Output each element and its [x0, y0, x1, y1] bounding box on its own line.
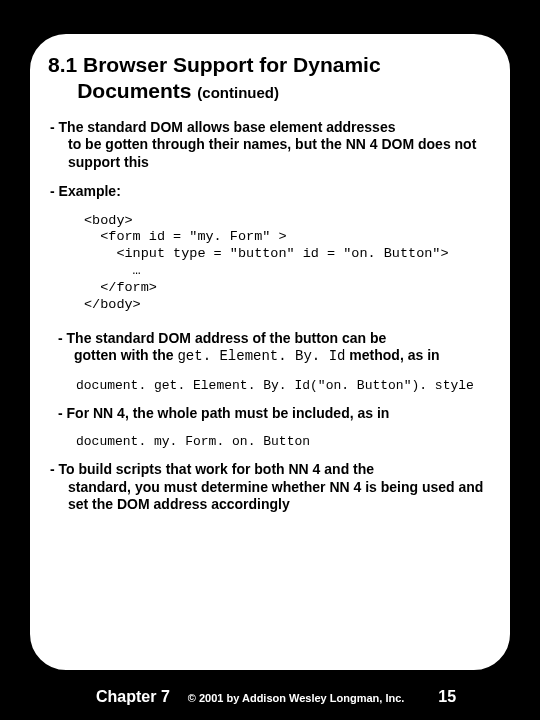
title-continued: (continued): [197, 84, 279, 101]
bullet-text: - The standard DOM allows base element a…: [50, 119, 395, 135]
footer-page-number: 15: [438, 688, 456, 706]
slide-footer: Chapter 7 © 2001 by Addison Wesley Longm…: [0, 688, 540, 706]
footer-copyright: © 2001 by Addison Wesley Longman, Inc.: [188, 692, 405, 704]
code-line-nn4: document. my. Form. on. Button: [44, 434, 496, 449]
bullet-text-cont: gotten with the get. Element. By. Id met…: [58, 347, 496, 366]
slide-frame: 8.1 Browser Support for Dynamic Document…: [28, 32, 512, 672]
bullet-text: - For NN 4, the whole path must be inclu…: [58, 405, 389, 421]
code-block-html: <body> <form id = "my. Form" > <input ty…: [44, 213, 496, 314]
footer-chapter: Chapter 7: [96, 688, 170, 706]
title-line1: 8.1 Browser Support for Dynamic: [48, 53, 381, 76]
bullet-text: - The standard DOM address of the button…: [58, 330, 386, 346]
bullet-nn4-path: - For NN 4, the whole path must be inclu…: [44, 405, 496, 423]
code-inline: get. Element. By. Id: [177, 348, 345, 364]
slide-title: 8.1 Browser Support for Dynamic Document…: [44, 52, 496, 105]
bullet-both-scripts: - To build scripts that work for both NN…: [44, 461, 496, 514]
text-part: method, as in: [345, 347, 439, 363]
bullet-getelementbyid: - The standard DOM address of the button…: [44, 330, 496, 366]
text-part: gotten with the: [74, 347, 177, 363]
code-line-getelement: document. get. Element. By. Id("on. Butt…: [44, 378, 496, 393]
bullet-text: - Example:: [50, 183, 121, 199]
bullet-example-label: - Example:: [44, 183, 496, 201]
bullet-text-cont: to be gotten through their names, but th…: [50, 136, 496, 171]
bullet-text-cont: standard, you must determine whether NN …: [50, 479, 496, 514]
bullet-text: - To build scripts that work for both NN…: [50, 461, 374, 477]
title-line2: Documents: [48, 79, 197, 102]
bullet-dom-names: - The standard DOM allows base element a…: [44, 119, 496, 172]
